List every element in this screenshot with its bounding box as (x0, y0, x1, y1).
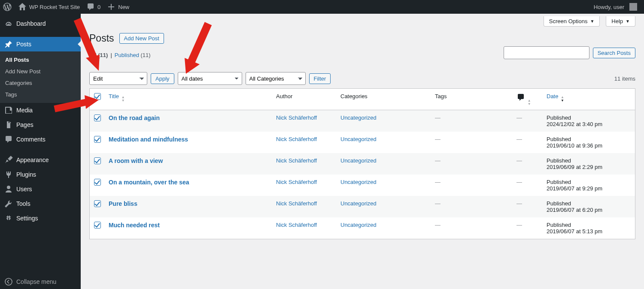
menu-tools[interactable]: Tools (0, 196, 81, 211)
search-posts-button[interactable]: Search Posts (593, 48, 635, 58)
post-title-link[interactable]: A room with a view (109, 157, 163, 164)
menu-posts[interactable]: Posts (0, 37, 81, 51)
avatar (629, 3, 637, 11)
category-link[interactable]: Uncategorized (340, 200, 377, 207)
comments-link[interactable]: 0 (83, 0, 104, 14)
category-link[interactable]: Uncategorized (340, 136, 377, 142)
content-area: Screen Options ▼ Help ▼ Posts Add New Po… (81, 14, 644, 289)
col-title[interactable]: Title (104, 89, 272, 110)
table-row: On the road againNick SchäferhoffUncateg… (90, 110, 635, 132)
tags-value: — (435, 157, 440, 164)
wp-logo[interactable] (0, 0, 15, 14)
row-checkbox[interactable] (94, 222, 101, 229)
menu-settings-label: Settings (16, 215, 38, 222)
tags-value: — (435, 179, 440, 185)
category-link[interactable]: Uncategorized (340, 157, 377, 164)
row-checkbox[interactable] (94, 179, 101, 186)
plus-icon (107, 3, 115, 11)
author-link[interactable]: Nick Schäferhoff (276, 200, 317, 207)
post-title-link[interactable]: Meditation and mindfulness (109, 136, 188, 143)
site-title: WP Rocket Test Site (29, 4, 80, 10)
menu-plugins[interactable]: Plugins (0, 167, 81, 182)
add-new-post-button[interactable]: Add New Post (119, 33, 164, 44)
site-home-link[interactable]: WP Rocket Test Site (15, 0, 83, 14)
pages-icon (4, 120, 13, 129)
author-link[interactable]: Nick Schäferhoff (276, 179, 317, 185)
select-all-checkbox[interactable] (94, 93, 101, 100)
search-input[interactable] (504, 46, 589, 59)
appearance-icon (4, 156, 13, 164)
caret-down-icon: ▼ (626, 19, 630, 24)
post-title-link[interactable]: On the road again (109, 114, 160, 121)
comments-value: — (516, 136, 522, 142)
settings-icon (4, 214, 13, 223)
status-all-label: All (89, 52, 97, 58)
post-title-link[interactable]: Pure bliss (109, 200, 137, 207)
col-date[interactable]: Date (542, 89, 635, 110)
status-sep: | (110, 52, 112, 58)
post-title-link[interactable]: On a mountain, over the sea (109, 179, 189, 186)
col-date-label: Date (547, 93, 558, 99)
tags-value: — (435, 222, 440, 228)
menu-pages[interactable]: Pages (0, 117, 81, 132)
comments-count: 0 (97, 4, 100, 10)
collapse-menu[interactable]: Collapse menu (0, 274, 81, 289)
menu-dashboard-label: Dashboard (16, 20, 46, 27)
home-icon (18, 3, 27, 11)
menu-media[interactable]: Media (0, 103, 81, 117)
plugins-icon (4, 170, 13, 179)
account-menu[interactable]: Howdy, user (591, 0, 641, 14)
menu-users[interactable]: Users (0, 182, 81, 196)
col-author[interactable]: Author (272, 89, 336, 110)
submenu-add-new[interactable]: Add New Post (0, 66, 81, 77)
date-status: Published (547, 136, 571, 142)
table-row: A room with a viewNick SchäferhoffUncate… (90, 153, 635, 175)
submenu-categories[interactable]: Categories (0, 77, 81, 89)
date-value: 2019/06/09 at 2:29 pm (547, 164, 602, 170)
author-link[interactable]: Nick Schäferhoff (276, 114, 317, 121)
col-tags[interactable]: Tags (431, 89, 512, 110)
author-link[interactable]: Nick Schäferhoff (276, 136, 317, 142)
row-checkbox[interactable] (94, 157, 101, 164)
col-comments[interactable] (512, 89, 542, 110)
menu-dashboard[interactable]: Dashboard (0, 16, 81, 31)
menu-settings[interactable]: Settings (0, 211, 81, 226)
menu-tools-label: Tools (16, 200, 30, 207)
date-filter-select[interactable]: All dates (178, 72, 242, 85)
help-tab[interactable]: Help ▼ (606, 16, 635, 27)
date-status: Published (547, 222, 571, 228)
howdy-text: Howdy, user (594, 4, 624, 10)
new-content[interactable]: New (104, 0, 133, 14)
apply-button[interactable]: Apply (151, 73, 174, 84)
col-categories[interactable]: Categories (336, 89, 431, 110)
category-link[interactable]: Uncategorized (340, 179, 377, 185)
wordpress-icon (3, 3, 12, 11)
comments-icon (4, 135, 13, 144)
submenu-all-posts[interactable]: All Posts (0, 54, 81, 66)
category-filter-select[interactable]: All Categories (246, 72, 306, 85)
bulk-action-select[interactable]: Edit (89, 72, 147, 85)
row-checkbox[interactable] (94, 200, 101, 207)
menu-comments[interactable]: Comments (0, 132, 81, 147)
status-published[interactable]: Published (11) (115, 52, 151, 58)
caret-down-icon: ▼ (590, 19, 594, 24)
filter-button[interactable]: Filter (309, 73, 331, 84)
row-checkbox[interactable] (94, 114, 101, 121)
row-checkbox[interactable] (94, 136, 101, 143)
collapse-label: Collapse menu (16, 278, 56, 285)
author-link[interactable]: Nick Schäferhoff (276, 222, 317, 228)
status-all[interactable]: All (11) (89, 52, 108, 58)
category-link[interactable]: Uncategorized (340, 114, 377, 121)
dashboard-icon (4, 19, 13, 28)
category-link[interactable]: Uncategorized (340, 222, 377, 228)
menu-posts-label: Posts (16, 41, 31, 48)
submenu-tags[interactable]: Tags (0, 89, 81, 100)
col-title-label: Title (109, 93, 119, 99)
menu-appearance[interactable]: Appearance (0, 153, 81, 167)
menu-plugins-label: Plugins (16, 171, 36, 178)
author-link[interactable]: Nick Schäferhoff (276, 157, 317, 164)
screen-options-tab[interactable]: Screen Options ▼ (544, 16, 600, 27)
post-title-link[interactable]: Much needed rest (109, 222, 160, 229)
admin-sidebar: Dashboard Posts All Posts Add New Post C… (0, 14, 81, 289)
menu-users-label: Users (16, 186, 32, 193)
